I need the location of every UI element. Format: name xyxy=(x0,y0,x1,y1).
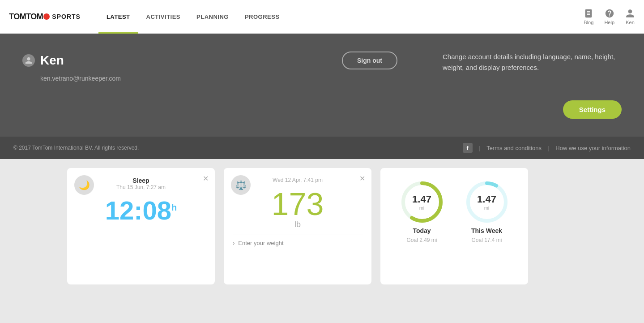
sleep-icon: 🌙 xyxy=(74,175,94,195)
user-button[interactable]: Ken xyxy=(625,9,635,25)
week-unit: mi xyxy=(477,205,496,211)
week-circle-svg: 1.47 mi xyxy=(465,180,509,224)
content-area: 🌙 ✕ Sleep Thu 15 Jun, 7:27 am 12:08h ⚖️ … xyxy=(0,159,644,293)
sleep-card: 🌙 ✕ Sleep Thu 15 Jun, 7:27 am 12:08h xyxy=(67,168,215,284)
today-unit: mi xyxy=(412,205,431,211)
weight-unit: lb xyxy=(233,220,363,229)
main-nav: LATEST ACTIVITIES PLANNING PROGRESS xyxy=(98,0,584,34)
account-right: Change account details including languag… xyxy=(420,34,644,137)
logo-dot xyxy=(43,13,50,20)
weight-datetime: Wed 12 Apr, 7:41 pm xyxy=(233,177,363,183)
today-circle-inner: 1.47 mi xyxy=(412,194,431,211)
today-goal: Goal 2.49 mi xyxy=(406,237,437,243)
book-icon xyxy=(584,9,593,18)
account-user-row: Ken Sign out xyxy=(22,52,397,69)
weight-card: ⚖️ ✕ Wed 12 Apr, 7:41 pm 173 lb › Enter … xyxy=(224,168,371,284)
user-label: Ken xyxy=(626,20,635,25)
account-left: Ken Sign out ken.vetrano@runkeeper.com xyxy=(0,34,420,137)
footer-bar: © 2017 TomTom International BV. All righ… xyxy=(0,137,644,159)
footer-separator-2: | xyxy=(548,145,549,151)
help-icon xyxy=(605,9,614,18)
weight-close-button[interactable]: ✕ xyxy=(359,174,365,183)
help-label: Help xyxy=(604,20,614,25)
user-icon xyxy=(625,9,635,18)
logo-tomtom: TOMTOM xyxy=(9,12,50,22)
sign-out-button[interactable]: Sign out xyxy=(342,52,397,69)
blog-button[interactable]: Blog xyxy=(584,9,593,25)
sleep-close-button[interactable]: ✕ xyxy=(203,174,209,183)
weight-icon: ⚖️ xyxy=(231,175,251,195)
logo-area: TOMTOM SPORTS xyxy=(9,12,81,22)
sleep-time-value: 12:08h xyxy=(76,198,206,224)
blog-label: Blog xyxy=(584,20,593,25)
nav-activities[interactable]: ACTIVITIES xyxy=(138,0,189,34)
user-avatar-icon xyxy=(25,56,33,65)
help-button[interactable]: Help xyxy=(604,9,614,25)
week-value: 1.47 xyxy=(477,194,496,205)
enter-weight-row[interactable]: › Enter your weight xyxy=(233,234,363,246)
enter-weight-arrow: › xyxy=(233,240,235,246)
how-we-use-link[interactable]: How we use your information xyxy=(555,145,631,151)
week-goal: Goal 17.4 mi xyxy=(471,237,502,243)
enter-weight-label: Enter your weight xyxy=(238,240,283,246)
progress-circles: 1.47 mi Today Goal 2.49 mi 1.47 mi xyxy=(389,175,519,248)
settings-button[interactable]: Settings xyxy=(563,100,622,119)
weight-value: 173 xyxy=(233,189,363,220)
today-label: Today xyxy=(413,227,431,234)
terms-link[interactable]: Terms and conditions xyxy=(486,145,542,151)
today-value: 1.47 xyxy=(412,194,431,205)
account-email: ken.vetrano@runkeeper.com xyxy=(40,75,397,82)
week-circle-inner: 1.47 mi xyxy=(477,194,496,211)
header: TOMTOM SPORTS LATEST ACTIVITIES PLANNING… xyxy=(0,0,644,34)
sleep-unit: h xyxy=(171,202,177,212)
footer-separator-1: | xyxy=(479,145,480,151)
account-username: Ken xyxy=(40,53,64,68)
sleep-title: Sleep xyxy=(76,177,206,184)
sleep-hours: 12:08 xyxy=(105,196,171,225)
nav-latest[interactable]: LATEST xyxy=(98,0,138,34)
today-circle-wrap: 1.47 mi Today Goal 2.49 mi xyxy=(400,180,444,243)
nav-planning[interactable]: PLANNING xyxy=(188,0,237,34)
sleep-subtitle: Thu 15 Jun, 7:27 am xyxy=(76,184,206,190)
account-description: Change account details including languag… xyxy=(443,52,622,73)
logo-sports: SPORTS xyxy=(52,13,81,20)
account-panel: Ken Sign out ken.vetrano@runkeeper.com C… xyxy=(0,34,644,137)
account-user-info: Ken xyxy=(22,53,64,68)
avatar xyxy=(22,54,35,67)
copyright: © 2017 TomTom International BV. All righ… xyxy=(13,145,139,151)
nav-progress[interactable]: PROGRESS xyxy=(237,0,288,34)
header-right: Blog Help Ken xyxy=(584,9,635,25)
progress-card: 1.47 mi Today Goal 2.49 mi 1.47 mi xyxy=(380,168,528,284)
week-label: This Week xyxy=(471,227,502,234)
facebook-icon[interactable]: f xyxy=(463,143,473,153)
week-circle-wrap: 1.47 mi This Week Goal 17.4 mi xyxy=(465,180,509,243)
footer-right: f | Terms and conditions | How we use yo… xyxy=(463,143,631,153)
today-circle-svg: 1.47 mi xyxy=(400,180,444,224)
